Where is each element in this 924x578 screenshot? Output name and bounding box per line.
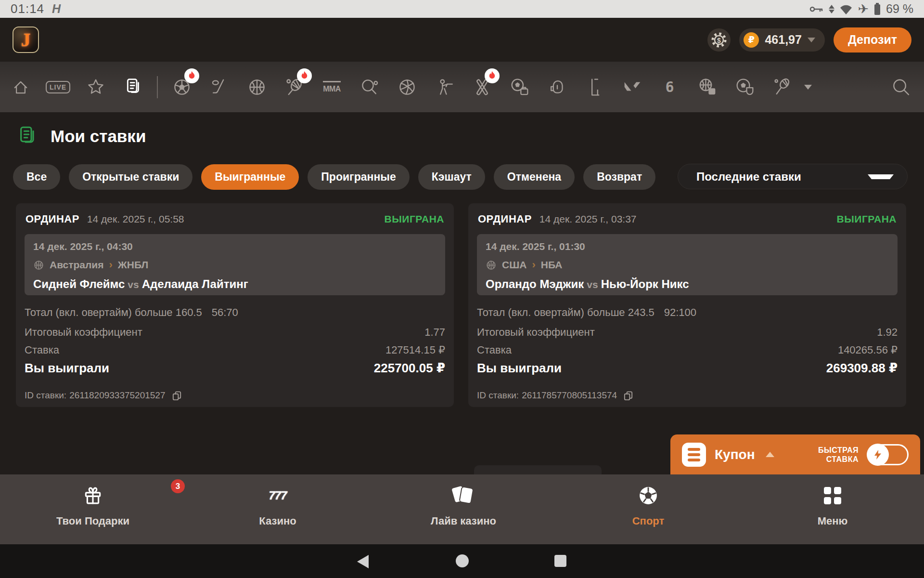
tab-all[interactable]: Все — [13, 164, 60, 190]
coupon-label: Купон — [715, 447, 755, 462]
gift-icon — [82, 483, 103, 508]
quick-bet-toggle-knob — [867, 444, 889, 466]
bet-placed-date: 14 дек. 2025 г., 05:58 — [87, 213, 184, 225]
copy-id-button[interactable] — [171, 390, 182, 401]
android-status-bar: 01:14 H ✈ 69 % — [0, 0, 924, 18]
coef-label: Итоговый коэффициент — [477, 327, 595, 338]
search-icon[interactable] — [890, 76, 911, 98]
playing-cards-icon — [452, 483, 475, 508]
bet-market: Тотал (вкл. овертайм) больше 160.5 — [25, 307, 202, 318]
nba2k-icon[interactable] — [696, 76, 718, 98]
deposit-button[interactable]: Депозит — [834, 27, 911, 53]
stake-label: Ставка — [477, 344, 512, 356]
efootball-icon[interactable] — [509, 76, 530, 98]
page-title-row: Мои ставки — [16, 122, 146, 151]
basketball-icon[interactable] — [246, 76, 268, 98]
filter-tabs: Все Открытые ставки Выигранные Проигранн… — [13, 164, 655, 190]
event-league: НБА — [541, 259, 563, 271]
event-time: 14 дек. 2025 г., 04:30 — [33, 241, 436, 252]
coef-label: Итоговый коэффициент — [25, 327, 142, 338]
badminton-icon[interactable] — [771, 76, 793, 98]
match-panel[interactable]: 14 дек. 2025 г., 01:30 США › НБА Орландо… — [477, 234, 898, 295]
boxing-icon[interactable] — [546, 76, 568, 98]
bottom-nav-gifts[interactable]: Твои Подарки — [21, 483, 165, 527]
app-logo[interactable]: J — [13, 26, 39, 53]
tab-cancelled[interactable]: Отменена — [494, 164, 575, 190]
bet-id-value: 2611785770805113574 — [522, 390, 617, 401]
bet-card: ОРДИНАР 14 дек. 2025 г., 05:58 ВЫИГРАНА … — [16, 203, 454, 407]
copy-id-button[interactable] — [623, 390, 634, 401]
slots-777-icon: 777 — [269, 483, 286, 508]
coupon-panel[interactable]: Купон БЫСТРАЯСТАВКА — [670, 434, 920, 474]
android-home-button[interactable] — [456, 554, 469, 567]
tab-won[interactable]: Выигранные — [201, 164, 299, 190]
match-panel[interactable]: 14 дек. 2025 г., 04:30 Австралия › ЖНБЛ … — [25, 234, 445, 295]
airplane-mode-icon: ✈ — [858, 1, 869, 17]
fire-badge — [297, 68, 312, 85]
updown-arrows-icon — [829, 5, 834, 13]
balance-pill[interactable]: ₽ 461,97 — [739, 28, 824, 52]
bonus-button[interactable]: $ — [707, 28, 731, 52]
quick-bet-label: БЫСТРАЯСТАВКА — [818, 446, 859, 464]
vs-label: vs — [125, 279, 141, 290]
team-home: Сидней Флеймс — [33, 277, 125, 290]
balance-amount: 461,97 — [765, 33, 801, 47]
nav-divider — [157, 76, 158, 98]
league-of-legends-icon[interactable] — [584, 76, 605, 98]
basketball-mini-icon — [33, 260, 44, 271]
fire-badge — [485, 68, 500, 85]
valorant-icon[interactable] — [621, 76, 643, 98]
bottom-nav-label: Спорт — [632, 515, 665, 527]
tennis-icon[interactable] — [283, 76, 305, 98]
stake-label: Ставка — [25, 344, 59, 356]
hockey-icon[interactable] — [208, 76, 230, 98]
key-icon — [809, 4, 824, 14]
table-tennis-icon[interactable] — [359, 76, 380, 98]
fifa-icon[interactable] — [734, 76, 756, 98]
crossed-bats-icon[interactable] — [471, 76, 493, 98]
tab-returned[interactable]: Возврат — [583, 164, 655, 190]
bet-placed-date: 14 дек. 2025 г., 03:37 — [539, 213, 637, 225]
bottom-nav-label: Твои Подарки — [56, 515, 129, 527]
bottom-nav-menu[interactable]: Меню — [760, 483, 905, 527]
counter-strike-icon[interactable] — [434, 76, 455, 98]
bet-id-value: 2611820933375201527 — [69, 390, 165, 401]
tab-open[interactable]: Открытые ставки — [69, 164, 192, 190]
bottom-nav-sport[interactable]: Спорт — [576, 483, 720, 527]
bottom-nav-live-casino[interactable]: Лайв казино — [391, 483, 536, 527]
sort-select-value: Последние ставки — [678, 170, 801, 184]
tab-cashout[interactable]: Кэшаут — [418, 164, 485, 190]
my-bets-icon[interactable] — [122, 76, 144, 98]
battery-icon — [873, 2, 881, 16]
app-notification-icon: H — [52, 2, 60, 16]
sort-select[interactable]: Последние ставки — [678, 164, 908, 189]
rainbow-six-icon[interactable]: 6 — [659, 76, 680, 98]
win-label: Вы выиграли — [25, 362, 109, 374]
bottom-nav-casino[interactable]: 777 Казино — [205, 483, 350, 527]
sort-caret-icon — [868, 174, 894, 179]
favorites-icon[interactable] — [85, 76, 106, 98]
vs-label: vs — [584, 279, 601, 290]
tab-lost[interactable]: Проигранные — [308, 164, 409, 190]
ruble-coin-icon: ₽ — [744, 32, 759, 48]
coupon-expand-caret-icon[interactable] — [766, 452, 774, 457]
more-sports-caret-icon[interactable] — [804, 85, 812, 90]
football-icon — [637, 483, 659, 508]
home-icon[interactable] — [10, 76, 31, 98]
team-away: Нью-Йорк Никс — [601, 277, 689, 290]
volleyball-icon[interactable] — [396, 76, 418, 98]
live-icon[interactable]: LIVE — [47, 76, 69, 98]
android-recents-button[interactable] — [554, 555, 566, 567]
bet-status-badge: ВЫИГРАНА — [385, 213, 444, 225]
football-icon[interactable] — [171, 76, 192, 98]
mma-icon[interactable]: MMA — [321, 76, 343, 98]
league-separator: › — [109, 259, 113, 271]
coef-value: 1.77 — [424, 327, 445, 338]
android-nav-bar — [0, 544, 924, 578]
bottom-nav-label: Лайв казино — [431, 515, 496, 527]
quick-bet-toggle[interactable] — [867, 444, 909, 465]
win-value: 225700.05 ₽ — [374, 362, 445, 374]
bet-id-label: ID ставки: — [477, 390, 519, 401]
android-back-button[interactable] — [357, 555, 369, 568]
event-time: 14 дек. 2025 г., 01:30 — [486, 241, 889, 252]
